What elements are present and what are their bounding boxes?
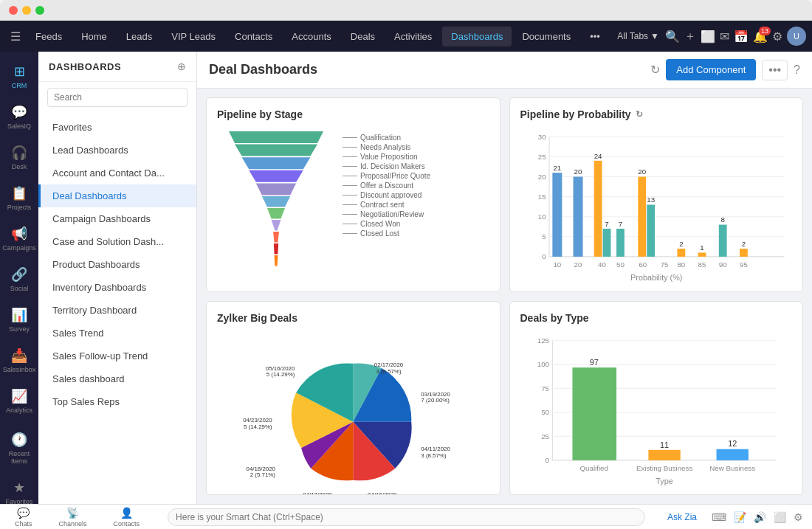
recent-icon: 🕐 bbox=[11, 432, 27, 448]
svg-marker-6 bbox=[267, 208, 285, 218]
mail-icon[interactable]: ✉ bbox=[720, 30, 729, 44]
svg-text:03/19/2020: 03/19/2020 bbox=[421, 390, 450, 397]
sidebar-item-favorites[interactable]: Favorites bbox=[38, 116, 196, 139]
svg-marker-7 bbox=[272, 220, 281, 230]
settings-icon[interactable]: ⚙ bbox=[772, 30, 782, 44]
sidebar-header: DASHBOARDS ⊕ bbox=[38, 52, 196, 82]
nav-vipleads[interactable]: VIP Leads bbox=[162, 27, 224, 46]
sidebar-item-case-solution[interactable]: Case and Solution Dash... bbox=[38, 230, 196, 253]
bottom-tab-channels[interactable]: 📡 Channels bbox=[53, 505, 93, 530]
notification-icon[interactable]: 🔔 13 bbox=[753, 30, 768, 44]
nav-feeds[interactable]: Feeds bbox=[27, 27, 71, 46]
smart-chat-input[interactable] bbox=[168, 508, 645, 526]
sidebar-item-account-contact[interactable]: Account and Contact Da... bbox=[38, 162, 196, 184]
sidebar-icon-crm[interactable]: ⊞ CRM bbox=[2, 58, 36, 95]
svg-rect-92 bbox=[648, 449, 680, 460]
nav-more[interactable]: ••• bbox=[581, 27, 609, 46]
svg-text:50: 50 bbox=[541, 408, 549, 416]
bottom-icon-5[interactable]: ⚙ bbox=[794, 511, 803, 523]
sidebar-item-top-sales-reps[interactable]: Top Sales Reps bbox=[38, 390, 196, 413]
sidebar-icon-campaigns[interactable]: 📢 Campaigns bbox=[2, 220, 36, 257]
sidebar-icon-projects[interactable]: 📋 Projects bbox=[2, 179, 36, 217]
survey-icon: 📊 bbox=[11, 307, 27, 323]
svg-text:0: 0 bbox=[545, 456, 549, 464]
sidebar-item-deal-dashboards[interactable]: Deal Dashboards bbox=[38, 184, 196, 207]
sidebar-icon-survey[interactable]: 📊 Survey bbox=[2, 301, 36, 339]
sidebar-item-sales-trend[interactable]: Sales Trend bbox=[38, 322, 196, 345]
svg-text:Probability (%): Probability (%) bbox=[630, 273, 682, 282]
svg-text:2: 2 bbox=[741, 240, 745, 248]
sidebar-item-lead-dashboards[interactable]: Lead Dashboards bbox=[38, 139, 196, 162]
svg-text:12: 12 bbox=[728, 439, 737, 448]
svg-text:100: 100 bbox=[537, 360, 549, 368]
sidebar-icon-analytics[interactable]: 📈 Analytics bbox=[2, 382, 36, 420]
bottom-icon-1[interactable]: ⌨ bbox=[712, 511, 726, 523]
sidebar-item-territory-dashboard[interactable]: Territory Dashboard bbox=[38, 299, 196, 322]
sidebar-icon-desk[interactable]: 🎧 Desk bbox=[2, 139, 36, 176]
sidebar-item-sales-followup[interactable]: Sales Follow-up Trend bbox=[38, 345, 196, 367]
svg-marker-0 bbox=[229, 131, 323, 143]
funnel-svg bbox=[217, 128, 335, 283]
add-icon[interactable]: ＋ bbox=[684, 29, 696, 44]
sidebar-icon-salesiq[interactable]: 💬 SalesIQ bbox=[2, 98, 36, 136]
sidebar-add-icon[interactable]: ⊕ bbox=[177, 60, 186, 72]
nav-accounts[interactable]: Accounts bbox=[283, 27, 340, 46]
screen-icon[interactable]: ⬜ bbox=[701, 30, 715, 44]
sidebar-icon-salesinbox[interactable]: 📥 SalesInbox bbox=[2, 342, 36, 379]
all-tabs-dropdown[interactable]: All Tabs ▼ bbox=[617, 31, 659, 41]
nav-deals[interactable]: Deals bbox=[342, 27, 384, 46]
nav-home[interactable]: Home bbox=[72, 27, 116, 46]
svg-text:5: 5 bbox=[542, 232, 546, 241]
sidebar-item-campaign-dashboards[interactable]: Campaign Dashboards bbox=[38, 207, 196, 230]
add-component-button[interactable]: Add Component bbox=[666, 59, 756, 80]
hamburger-icon[interactable]: ☰ bbox=[6, 25, 25, 48]
help-icon[interactable]: ? bbox=[794, 63, 800, 77]
bottom-icon-4[interactable]: ⬜ bbox=[774, 511, 786, 523]
sidebar-item-inventory-dashboards[interactable]: Inventory Dashboards bbox=[38, 276, 196, 299]
bottom-icon-2[interactable]: 📝 bbox=[734, 511, 746, 523]
sidebar-icon-social[interactable]: 🔗 Social bbox=[2, 260, 36, 298]
search-icon[interactable]: 🔍 bbox=[665, 30, 680, 44]
svg-text:80: 80 bbox=[677, 260, 685, 269]
search-input[interactable] bbox=[47, 88, 187, 107]
svg-text:30: 30 bbox=[537, 133, 546, 141]
nav-activities[interactable]: Activities bbox=[385, 27, 441, 46]
nav-contacts[interactable]: Contacts bbox=[226, 27, 281, 46]
bottom-tab-chats[interactable]: 💬 Chats bbox=[9, 505, 38, 530]
close-dot[interactable] bbox=[9, 6, 18, 15]
prob-refresh-icon[interactable]: ↻ bbox=[636, 109, 643, 120]
svg-text:04/17/2020: 04/17/2020 bbox=[303, 491, 332, 495]
svg-text:95: 95 bbox=[739, 260, 747, 269]
refresh-icon[interactable]: ↻ bbox=[650, 63, 660, 77]
deals-type-chart-area: Record Count 0 25 50 7 bbox=[520, 331, 793, 494]
bottom-tab-contacts[interactable]: 👤 Contacts bbox=[108, 505, 146, 530]
nav-dashboards[interactable]: Dashboards bbox=[442, 27, 512, 46]
bottom-icon-3[interactable]: 🔊 bbox=[754, 511, 766, 523]
pie-chart-container: 02/17/2020 3 (8.57%) 03/19/2020 7 (20.00… bbox=[217, 331, 489, 496]
sidebar-nav: Favorites Lead Dashboards Account and Co… bbox=[38, 113, 196, 504]
bottom-right-icons: ⌨ 📝 🔊 ⬜ ⚙ bbox=[712, 511, 803, 523]
user-avatar[interactable]: U bbox=[787, 27, 806, 46]
svg-text:60: 60 bbox=[639, 260, 647, 269]
calendar-icon[interactable]: 📅 bbox=[734, 30, 749, 44]
svg-rect-90 bbox=[572, 367, 616, 460]
more-options-icon[interactable]: ••• bbox=[762, 60, 788, 80]
contacts-icon: 👤 bbox=[120, 507, 133, 519]
svg-text:8: 8 bbox=[720, 215, 724, 224]
minimize-dot[interactable] bbox=[22, 6, 31, 15]
ask-zia-label[interactable]: Ask Zia bbox=[667, 512, 697, 522]
sidebar-item-sales-dashboard[interactable]: Sales dashboard bbox=[38, 367, 196, 390]
svg-rect-43 bbox=[698, 252, 706, 256]
svg-text:5 (14.29%): 5 (14.29%) bbox=[244, 423, 272, 429]
dashboard-grid: Pipeline by Stage bbox=[197, 89, 812, 504]
nav-documents[interactable]: Documents bbox=[513, 27, 579, 46]
maximize-dot[interactable] bbox=[35, 6, 44, 15]
sidebar-icon-recent[interactable]: 🕐 Recent Items bbox=[2, 426, 36, 471]
svg-text:Type: Type bbox=[656, 477, 672, 485]
projects-icon: 📋 bbox=[11, 185, 27, 201]
nav-leads[interactable]: Leads bbox=[117, 27, 161, 46]
svg-text:5 (14.29%): 5 (14.29%) bbox=[266, 371, 295, 378]
zylker-big-deals-card: Zylker Big Deals bbox=[206, 301, 500, 496]
sidebar-item-product-dashboards[interactable]: Product Dashboards bbox=[38, 253, 196, 276]
panel-sidebar: DASHBOARDS ⊕ Favorites Lead Dashboards A… bbox=[38, 52, 197, 504]
